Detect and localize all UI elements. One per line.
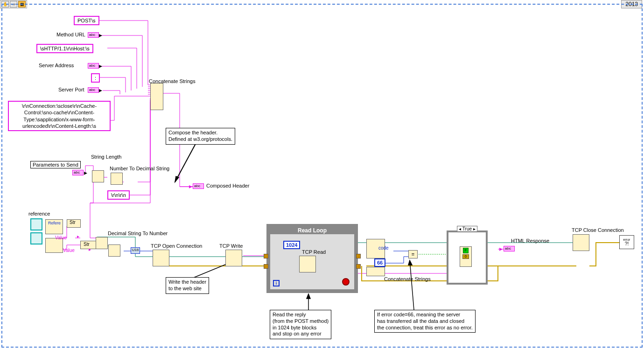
- fn-clear-errors[interactable]: F 0: [460, 246, 472, 267]
- comment-err66: If error code=66, meaning the server has…: [374, 310, 476, 333]
- case-selector[interactable]: ◂ True ▸: [457, 226, 477, 232]
- label-html-response: HTML Response: [511, 238, 549, 244]
- fn-string-length[interactable]: [92, 170, 104, 182]
- iteration-terminal-icon: i: [273, 280, 280, 286]
- label-tcp-open: TCP Open Connection: [151, 243, 202, 249]
- terminal-method-url[interactable]: abc: [88, 32, 99, 38]
- label-string-length: String Length: [91, 154, 121, 160]
- case-structure[interactable]: ◂ True ▸ F 0: [447, 230, 488, 285]
- label-str-1: Str: [70, 220, 76, 225]
- fn-tcp-write[interactable]: [225, 250, 242, 266]
- terminal-composed-header[interactable]: abc: [193, 183, 204, 189]
- refnum-icon[interactable]: [30, 218, 42, 230]
- terminal-html-response[interactable]: abc: [504, 246, 515, 251]
- error-out-terminal[interactable]: error ?!: [619, 235, 634, 249]
- label-code: code: [378, 245, 389, 251]
- flow-arrow-icon: ▸: [499, 245, 503, 252]
- label-params: Parameters to Send: [30, 161, 81, 168]
- fn-num-to-dec[interactable]: [111, 173, 123, 185]
- fn-concatenate-strings[interactable]: [150, 83, 163, 110]
- propnode-ref-1: Refere: [48, 221, 61, 225]
- fn-dec-to-num-2[interactable]: [108, 244, 120, 257]
- fn-dec-to-num-1[interactable]: [96, 237, 108, 249]
- const-headers-block[interactable]: \r\nConnection:\sclose\r\nCache-Control:…: [8, 101, 111, 131]
- label-concat2: Concatenate Strings: [384, 276, 431, 282]
- comment-compose-header: Compose the header. Defined at w3.org/pr…: [166, 128, 235, 145]
- const-buf-size[interactable]: 1024: [283, 241, 300, 249]
- comment-write-header: Write the header to the web site: [166, 277, 209, 294]
- flow-arrow-icon: ▸: [189, 182, 192, 190]
- fn-concat-strings-2[interactable]: [366, 267, 385, 276]
- loop-tunnel-in-2: [264, 264, 268, 269]
- read-loop[interactable]: Read Loop 1024 TCP Read i: [266, 224, 358, 293]
- flow-arrow-icon: ▸: [77, 234, 79, 239]
- label-num-to-dec: Number To Decimal String: [110, 166, 169, 171]
- label-tcp-write: TCP Write: [219, 243, 243, 249]
- label-dec-to-num: Decimal String To Number: [108, 230, 168, 236]
- flow-arrow-icon: ▸: [84, 169, 87, 176]
- loop-tunnel-out-2: [356, 264, 361, 269]
- const-http-host[interactable]: \sHTTP/1.1\r\nHost:\s: [36, 44, 93, 53]
- label-server-port: Server Port: [58, 87, 84, 92]
- terminal-server-port[interactable]: abc: [88, 87, 99, 93]
- label-server-address: Server Address: [39, 63, 74, 68]
- loop-tunnel-out-1: [356, 254, 361, 258]
- flow-arrow-icon: ▸: [89, 247, 91, 252]
- read-loop-title: Read Loop: [270, 227, 354, 234]
- terminal-params[interactable]: abc: [72, 170, 84, 175]
- u16-coerce[interactable]: U16: [131, 247, 140, 254]
- const-crlf[interactable]: \r\n\r\n: [107, 190, 130, 200]
- const-colon[interactable]: :: [91, 73, 100, 83]
- block-diagram[interactable]: POST\s Method URL abc \sHTTP/1.1\r\nHost…: [1, 4, 643, 348]
- fn-tcp-read[interactable]: [299, 256, 316, 272]
- flow-arrow-icon: ▸: [99, 86, 102, 94]
- label-method-url: Method URL: [56, 32, 85, 37]
- fn-tcp-open[interactable]: [153, 250, 169, 266]
- comment-read-reply: Read the reply (from the POST method) in…: [270, 310, 331, 339]
- stop-terminal-icon[interactable]: [342, 278, 350, 286]
- terminal-server-address[interactable]: abc: [88, 63, 99, 69]
- fn-equal[interactable]: =: [408, 250, 418, 258]
- label-str-2: Str: [84, 242, 90, 247]
- case-value: True: [462, 226, 472, 231]
- label-tcp-read: TCP Read: [302, 249, 326, 255]
- const-err66[interactable]: 66: [374, 258, 385, 267]
- svg-marker-2: [307, 294, 310, 299]
- label-tcp-close: TCP Close Connection: [572, 227, 624, 233]
- label-reference: reference: [28, 211, 50, 216]
- flow-arrow-icon: ▸: [99, 31, 102, 39]
- const-post[interactable]: POST\s: [74, 16, 99, 25]
- flow-arrow-icon: ▸: [99, 62, 102, 70]
- fn-tcp-close[interactable]: [573, 234, 589, 251]
- loop-tunnel-in-1: [264, 254, 268, 258]
- propnode-value-1: Value: [55, 235, 67, 240]
- refnum-icon-2[interactable]: [30, 232, 42, 244]
- svg-marker-3: [408, 260, 412, 265]
- propnode-value-2: Value: [63, 248, 75, 253]
- svg-marker-0: [175, 176, 179, 182]
- label-composed-header: Composed Header: [206, 183, 249, 188]
